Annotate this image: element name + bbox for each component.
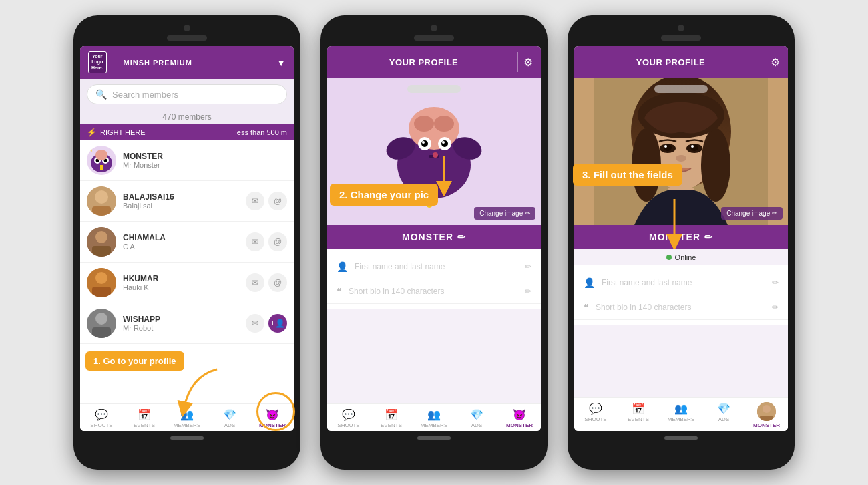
profile-header-title-3: YOUR PROFILE bbox=[582, 57, 759, 67]
email-button[interactable]: ✉ bbox=[246, 192, 264, 210]
svg-point-42 bbox=[701, 128, 730, 202]
firstname-field-row[interactable]: 👤 First name and last name ✏ bbox=[327, 255, 541, 279]
shouts-label: SHOUTS bbox=[90, 422, 112, 428]
at-button[interactable]: @ bbox=[268, 232, 287, 251]
edit-icon-3a[interactable]: ✏ bbox=[772, 278, 779, 287]
shouts-icon-3: 💬 bbox=[589, 402, 602, 415]
nav-monster-3[interactable]: MONSTER bbox=[745, 402, 788, 428]
member-name: WISHAPP bbox=[123, 315, 246, 324]
nav-events-3[interactable]: 📅 EVENTS bbox=[617, 402, 660, 428]
avatar bbox=[87, 227, 116, 257]
nav-events-2[interactable]: 📅 EVENTS bbox=[370, 408, 413, 428]
avatar bbox=[87, 186, 116, 216]
bio-field-row[interactable]: ❝ Short bio in 140 characters ✏ bbox=[327, 279, 541, 304]
svg-point-31 bbox=[441, 140, 448, 147]
ads-icon-2: 💎 bbox=[470, 408, 483, 421]
nav-monster-2[interactable]: 😈 MONSTER bbox=[498, 408, 541, 428]
phone-camera-2 bbox=[431, 25, 437, 31]
change-image-button-3[interactable]: Change image ✏ bbox=[721, 207, 783, 220]
email-button[interactable]: ✉ bbox=[246, 273, 264, 292]
upload-bar bbox=[407, 85, 461, 93]
phone-speaker-1 bbox=[167, 35, 207, 41]
nav-members-2[interactable]: 👥 MEMBERS bbox=[413, 408, 455, 428]
edit-icon-2b[interactable]: ✏ bbox=[525, 287, 531, 296]
email-button[interactable]: ✉ bbox=[246, 314, 264, 333]
list-item[interactable]: HKUMAR Hauki K ✉ @ bbox=[80, 263, 294, 303]
phone-3: YOUR PROFILE ⚙ bbox=[568, 15, 795, 470]
events-label-3: EVENTS bbox=[628, 416, 649, 422]
nearby-left: ⚡ RIGHT HERE bbox=[87, 128, 146, 137]
tooltip-1: 1. Go to your profile bbox=[85, 351, 184, 371]
member-info: WISHAPP Mr Robot bbox=[123, 315, 246, 332]
bio-placeholder-3: Short bio in 140 characters bbox=[596, 303, 765, 312]
bio-field-row-3[interactable]: ❝ Short bio in 140 characters ✏ bbox=[574, 295, 788, 320]
member-name: BALAJISAI16 bbox=[123, 192, 246, 202]
tooltip-2: 2. Change your pic bbox=[330, 184, 438, 206]
bio-placeholder: Short bio in 140 characters bbox=[349, 287, 518, 296]
edit-icon-3b[interactable]: ✏ bbox=[772, 303, 779, 312]
dropdown-icon[interactable]: ▼ bbox=[276, 57, 286, 68]
profile-header-title: YOUR PROFILE bbox=[335, 57, 512, 67]
change-image-button-2[interactable]: Change image ✏ bbox=[474, 207, 535, 220]
profile-fields-3: 👤 First name and last name ✏ ❝ Short bio… bbox=[574, 265, 788, 325]
member-sub: C A bbox=[123, 242, 246, 251]
list-item[interactable]: ⭐ MONSTER Mr Monster bbox=[80, 140, 294, 181]
tooltip-3: 3. Fill out the fields bbox=[573, 164, 682, 186]
nav-members-3[interactable]: 👥 MEMBERS bbox=[660, 402, 702, 428]
svg-rect-14 bbox=[92, 246, 111, 257]
person-icon-3: 👤 bbox=[584, 277, 595, 288]
svg-point-36 bbox=[433, 152, 438, 158]
members-count: 470 members bbox=[80, 110, 294, 124]
svg-point-10 bbox=[95, 190, 108, 204]
nav-members[interactable]: 👥 MEMBERS bbox=[166, 408, 208, 428]
star-badge: ⭐ bbox=[87, 146, 93, 152]
phone-speaker-3 bbox=[661, 35, 701, 41]
svg-point-27 bbox=[434, 116, 454, 132]
firstname-placeholder-3: First name and last name bbox=[602, 278, 765, 287]
nav-ads-2[interactable]: 💎 ADS bbox=[455, 408, 498, 428]
list-item[interactable]: BALAJISAI16 Balaji sai ✉ @ bbox=[80, 181, 294, 222]
svg-point-19 bbox=[95, 313, 107, 325]
at-button[interactable]: @ bbox=[268, 192, 287, 210]
svg-rect-20 bbox=[92, 327, 111, 338]
list-item[interactable]: WISHAPP Mr Robot ✉ +👤 bbox=[80, 303, 294, 344]
edit-name-icon-2[interactable]: ✏ bbox=[457, 232, 466, 242]
nav-shouts-3[interactable]: 💬 SHOUTS bbox=[574, 402, 617, 428]
header-divider-3 bbox=[765, 52, 765, 72]
app-header-3: YOUR PROFILE ⚙ bbox=[574, 46, 788, 78]
user-avatar-nav bbox=[757, 402, 776, 421]
svg-point-32 bbox=[422, 141, 425, 144]
nearby-icon: ⚡ bbox=[87, 128, 97, 137]
search-input-wrap[interactable]: 🔍 Search members bbox=[87, 84, 287, 104]
add-user-button[interactable]: +👤 bbox=[268, 314, 287, 333]
edit-icon-2a[interactable]: ✏ bbox=[525, 262, 531, 271]
gear-icon-2[interactable]: ⚙ bbox=[523, 56, 533, 69]
search-bar: 🔍 Search members bbox=[80, 79, 294, 110]
members-icon-2: 👥 bbox=[427, 408, 441, 421]
firstname-field-row-3[interactable]: 👤 First name and last name ✏ bbox=[574, 271, 788, 295]
home-bar-2 bbox=[417, 436, 451, 440]
nav-shouts[interactable]: 💬 SHOUTS bbox=[80, 408, 123, 428]
svg-rect-8 bbox=[100, 165, 103, 170]
person-icon-2: 👤 bbox=[337, 261, 348, 272]
nav-events[interactable]: 📅 EVENTS bbox=[123, 408, 166, 428]
header-divider-2 bbox=[517, 52, 518, 72]
edit-name-icon-3[interactable]: ✏ bbox=[704, 232, 713, 242]
list-item[interactable]: CHIAMALA C A ✉ @ bbox=[80, 222, 294, 263]
face-image bbox=[574, 78, 788, 225]
ads-icon: 💎 bbox=[223, 408, 236, 421]
brand-name: MINSH PREMIUM bbox=[124, 59, 277, 67]
app-header-2: YOUR PROFILE ⚙ bbox=[327, 46, 541, 78]
gear-icon-3[interactable]: ⚙ bbox=[771, 56, 780, 69]
nav-shouts-2[interactable]: 💬 SHOUTS bbox=[327, 408, 370, 428]
member-sub: Hauki K bbox=[123, 283, 246, 291]
svg-point-50 bbox=[676, 155, 686, 162]
nav-ads-3[interactable]: 💎 ADS bbox=[702, 402, 745, 428]
app-header-1: YourLogoHere. MINSH PREMIUM ▼ bbox=[80, 46, 294, 79]
nav-ads[interactable]: 💎 ADS bbox=[208, 408, 251, 428]
search-icon: 🔍 bbox=[95, 89, 107, 100]
app-logo: YourLogoHere. bbox=[88, 51, 107, 73]
at-button[interactable]: @ bbox=[268, 273, 287, 292]
search-placeholder: Search members bbox=[112, 90, 178, 100]
email-button[interactable]: ✉ bbox=[246, 232, 264, 251]
